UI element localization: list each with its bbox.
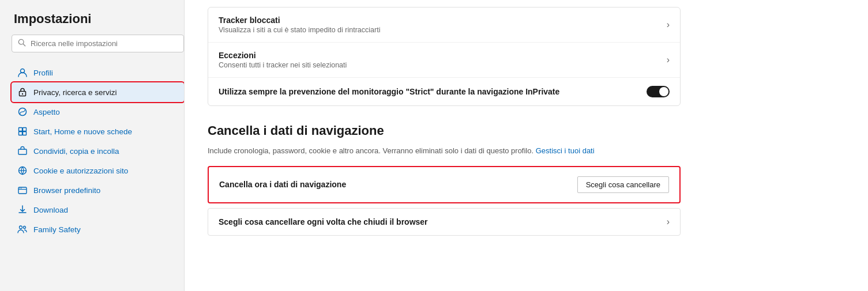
sidebar-item-label-family: Family Safety bbox=[33, 225, 81, 234]
gestisci-dati-link[interactable]: Gestisci i tuoi dati bbox=[536, 146, 595, 155]
sidebar-item-condividi[interactable]: Condividi, copia e incolla bbox=[12, 141, 184, 161]
tracker-card: Tracker bloccati Visualizza i siti a cui… bbox=[208, 7, 681, 106]
eccezioni-title: Eccezioni bbox=[219, 51, 347, 60]
tracker-chevron-icon: › bbox=[667, 20, 670, 30]
tracker-subtitle: Visualizza i siti a cui è stato impedito… bbox=[219, 26, 380, 34]
tracker-row[interactable]: Tracker bloccati Visualizza i siti a cui… bbox=[208, 7, 680, 43]
cancella-desc: Include cronologia, password, cookie e a… bbox=[208, 145, 681, 157]
svg-rect-8 bbox=[19, 132, 22, 135]
eccezioni-subtitle: Consenti tutti i tracker nei siti selezi… bbox=[219, 61, 347, 69]
clear-each-row[interactable]: Scegli cosa cancellare ogni volta che ch… bbox=[208, 209, 680, 235]
sidebar-item-label-privacy: Privacy, ricerca e servizi bbox=[33, 88, 117, 97]
search-icon bbox=[18, 39, 26, 48]
sidebar-item-label-condividi: Condividi, copia e incolla bbox=[33, 147, 119, 156]
cookie-icon bbox=[17, 165, 28, 176]
tracker-row-left: Tracker bloccati Visualizza i siti a cui… bbox=[219, 16, 380, 34]
aspetto-icon bbox=[17, 107, 28, 117]
sidebar-item-cookie[interactable]: Cookie e autorizzazioni sito bbox=[12, 161, 184, 180]
search-box[interactable] bbox=[12, 35, 184, 52]
clear-now-row: Cancella ora i dati di navigazione Scegl… bbox=[209, 167, 679, 202]
clear-each-left: Scegli cosa cancellare ogni volta che ch… bbox=[219, 217, 428, 226]
sidebar: Impostazioni Profili Privacy, rice bbox=[0, 0, 185, 291]
strict-row-left: Utilizza sempre la prevenzione del monit… bbox=[219, 87, 559, 96]
strict-toggle-row: Utilizza sempre la prevenzione del monit… bbox=[208, 78, 680, 105]
eccezioni-row-left: Eccezioni Consenti tutti i tracker nei s… bbox=[219, 51, 347, 69]
condividi-icon bbox=[17, 146, 28, 156]
svg-rect-7 bbox=[23, 128, 27, 131]
sidebar-item-start[interactable]: Start, Home e nuove schede bbox=[12, 122, 184, 141]
search-input[interactable] bbox=[31, 39, 178, 48]
profili-icon bbox=[17, 67, 28, 78]
clear-now-label: Cancella ora i dati di navigazione bbox=[219, 180, 346, 189]
sidebar-item-profili[interactable]: Profili bbox=[12, 63, 184, 82]
cancella-heading: Cancella i dati di navigazione bbox=[208, 123, 681, 138]
sidebar-item-privacy[interactable]: Privacy, ricerca e servizi bbox=[12, 82, 184, 102]
eccezioni-chevron-icon: › bbox=[667, 55, 670, 65]
strict-label: Utilizza sempre la prevenzione del monit… bbox=[219, 87, 559, 96]
svg-rect-10 bbox=[18, 149, 27, 154]
cancella-desc-text: Include cronologia, password, cookie e a… bbox=[208, 146, 533, 155]
privacy-icon bbox=[17, 87, 28, 97]
tracker-title: Tracker bloccati bbox=[219, 16, 380, 25]
clear-each-card: Scegli cosa cancellare ogni volta che ch… bbox=[208, 208, 681, 236]
main-content: Tracker bloccati Visualizza i siti a cui… bbox=[185, 0, 868, 291]
family-icon bbox=[17, 224, 28, 235]
download-icon bbox=[17, 205, 28, 215]
svg-rect-9 bbox=[23, 132, 27, 135]
clear-each-label: Scegli cosa cancellare ogni volta che ch… bbox=[219, 217, 428, 226]
sidebar-item-label-aspetto: Aspetto bbox=[33, 108, 60, 116]
sidebar-item-family[interactable]: Family Safety bbox=[12, 220, 184, 239]
sidebar-item-label-profili: Profili bbox=[33, 69, 53, 77]
browser-icon bbox=[17, 185, 28, 195]
clear-now-card: Cancella ora i dati di navigazione Scegl… bbox=[208, 166, 681, 203]
svg-line-1 bbox=[23, 44, 25, 46]
sidebar-item-browser[interactable]: Browser predefinito bbox=[12, 180, 184, 200]
sidebar-item-download[interactable]: Download bbox=[12, 200, 184, 220]
choose-button[interactable]: Scegli cosa cancellare bbox=[577, 176, 669, 193]
sidebar-item-label-download: Download bbox=[33, 206, 68, 214]
sidebar-item-label-cookie: Cookie e autorizzazioni sito bbox=[33, 167, 128, 175]
svg-point-17 bbox=[20, 226, 22, 229]
svg-point-18 bbox=[24, 226, 26, 229]
sidebar-item-aspetto[interactable]: Aspetto bbox=[12, 102, 184, 122]
clear-each-chevron-icon: › bbox=[667, 217, 670, 227]
svg-point-15 bbox=[20, 188, 20, 188]
svg-rect-6 bbox=[19, 128, 22, 131]
svg-point-4 bbox=[22, 93, 23, 95]
sidebar-item-label-start: Start, Home e nuove schede bbox=[33, 127, 132, 136]
start-icon bbox=[17, 126, 28, 137]
sidebar-title: Impostazioni bbox=[12, 12, 184, 27]
svg-point-16 bbox=[21, 188, 21, 188]
strict-toggle-switch[interactable] bbox=[647, 86, 670, 97]
eccezioni-row[interactable]: Eccezioni Consenti tutti i tracker nei s… bbox=[208, 43, 680, 78]
sidebar-item-label-browser: Browser predefinito bbox=[33, 186, 100, 195]
